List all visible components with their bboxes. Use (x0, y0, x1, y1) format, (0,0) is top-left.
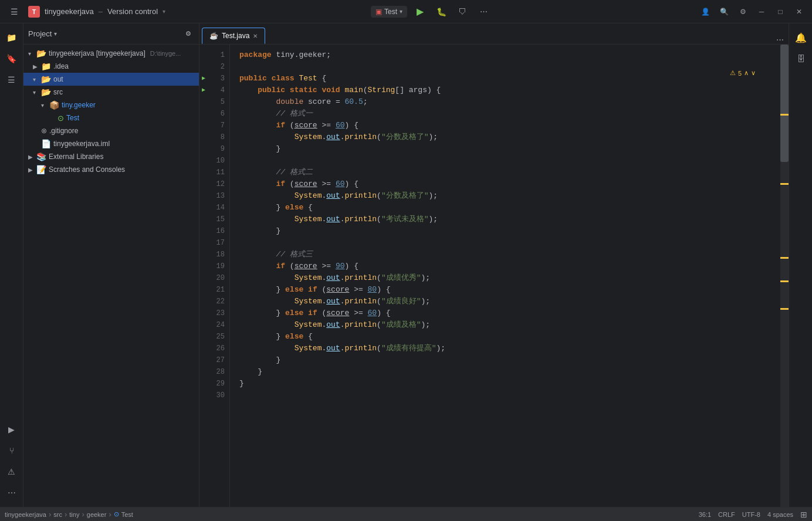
close-button[interactable]: ✕ (791, 4, 807, 20)
version-control-label[interactable]: Version control (107, 7, 158, 16)
field-out-20: out (326, 272, 340, 284)
paren-4: ( (363, 84, 368, 96)
folder-icon: 📁 (41, 62, 51, 71)
notifications-icon[interactable]: 🔔 (791, 28, 810, 47)
tree-src-folder[interactable]: ▾ 📂 src (23, 86, 199, 99)
breadcrumb-src[interactable]: src (53, 511, 62, 518)
num-80: 80 (368, 284, 377, 296)
left-icons-bar: 📁 🔖 ☰ ▶ ⑂ ⚠ ⋯ (0, 23, 23, 507)
package-icon: 📦 (49, 100, 59, 110)
debug-button[interactable]: 🐛 (433, 4, 449, 20)
tree-test-file[interactable]: ▶ ⊙ Test (23, 111, 199, 124)
code-line-12: if (score >= 60) { (230, 178, 780, 190)
code-line-3: public class Test { (230, 73, 780, 84)
breadcrumb-sep-4: › (109, 510, 111, 519)
minimize-button[interactable]: ─ (753, 4, 770, 20)
run-button[interactable]: ▶ (412, 4, 428, 20)
git-icon[interactable]: ⑂ (2, 441, 21, 460)
class-system-13: System (295, 190, 322, 202)
breadcrumb-tiny[interactable]: tiny (69, 511, 79, 518)
kw-class: class (272, 73, 295, 84)
folder-icon: 📂 (41, 75, 51, 84)
breadcrumb-project[interactable]: tinygeekerjava (5, 511, 46, 518)
code-line-4: public static void main(String[] args) { (230, 84, 780, 96)
tree-iml[interactable]: ▶ 📄 tinygeekerjava.iml (23, 137, 199, 150)
kw-if-12: if (276, 178, 285, 190)
code-line-24: System.out.println("成绩及格"); (230, 319, 780, 331)
field-out-24: out (326, 319, 340, 331)
editor-area: ☕ Test.java ✕ ⋯ ⚠ 5 ∧ ∨ 1 2 3 4 5 6 (199, 23, 789, 507)
column-selector-icon[interactable]: ⊞ (800, 510, 807, 519)
more-actions-button[interactable]: ⋯ (475, 4, 492, 20)
breadcrumb-geeker[interactable]: geeker (87, 511, 107, 518)
code-line-8: System.out.println("分数及格了"); (230, 131, 780, 143)
indent[interactable]: 4 spaces (767, 511, 793, 518)
kw-if-19: if (276, 260, 285, 272)
cursor-position[interactable]: 36:1 (699, 511, 711, 518)
sidebar-action-button[interactable]: ⚙ (182, 28, 194, 40)
kw-else-23: else (285, 307, 303, 319)
bookmarks-icon[interactable]: 🔖 (2, 49, 21, 68)
tree-external-libraries[interactable]: ▶ 📚 External Libraries (23, 150, 199, 163)
search-button[interactable]: 🔍 (716, 4, 732, 20)
problems-icon[interactable]: ⚠ (2, 462, 21, 481)
method-println-15: println (344, 214, 377, 225)
field-out-26: out (326, 343, 340, 354)
str-26: "成绩有待提高" (381, 343, 437, 354)
brace-close-27: } (276, 354, 280, 366)
tree-gitignore[interactable]: ▶ ⊗ .gitignore (23, 124, 199, 137)
tree-out-folder[interactable]: ▾ 📂 out (23, 73, 199, 86)
more-tools-icon[interactable]: ⋯ (2, 483, 21, 502)
hamburger-menu-icon[interactable]: ☰ (5, 2, 23, 21)
warning-up-icon[interactable]: ∧ (744, 69, 749, 77)
run-configuration[interactable]: ▣ Test ▾ (371, 6, 407, 18)
code-line-26: System.out.println("成绩有待提高"); (230, 343, 780, 354)
breadcrumb-test-label[interactable]: Test (121, 511, 133, 518)
tabs-menu-button[interactable]: ⋯ (774, 35, 786, 44)
sidebar-toggle-icon[interactable]: 📁 (2, 28, 21, 47)
method-main: main (345, 84, 363, 96)
folder-icon: 📂 (36, 49, 46, 58)
project-separator: – (99, 7, 103, 16)
run-tool-icon[interactable]: ▶ (2, 420, 21, 439)
tree-scratches[interactable]: ▶ 📝 Scratches and Consoles (23, 163, 199, 176)
scrollbar-gutter[interactable] (780, 45, 789, 507)
profile-button[interactable]: 👤 (697, 4, 713, 20)
maximize-button[interactable]: □ (772, 4, 789, 20)
breadcrumb-test[interactable]: ⊙ (114, 510, 119, 518)
line-ending[interactable]: CRLF (718, 511, 735, 518)
line-num-19: 19 (199, 260, 229, 272)
scrollbar-thumb[interactable] (780, 45, 789, 162)
tab-close-icon[interactable]: ✕ (253, 33, 258, 39)
line-numbers: 1 2 3 4 5 6 7 8 9 10 11 12 13 14 15 16 1… (199, 45, 230, 507)
num-60-23: 60 (368, 307, 377, 319)
arr-4: [] (395, 84, 404, 96)
tree-out-label: out (53, 75, 63, 83)
sidebar-title-arrow-icon[interactable]: ▾ (54, 31, 57, 37)
kw-if-7: if (276, 120, 285, 131)
kw-else-21: else (285, 284, 303, 296)
tree-root[interactable]: ▾ 📂 tinygeekerjava [tinygeekerjava] D:\t… (23, 47, 199, 60)
code-line-29: } (230, 378, 780, 390)
coverage-button[interactable]: ⛉ (454, 4, 471, 20)
tree-iml-label: tinygeekerjava.iml (53, 140, 110, 148)
database-icon[interactable]: 🗄 (791, 49, 810, 68)
tree-scratches-label: Scratches and Consoles (49, 165, 125, 174)
iml-file-icon: 📄 (41, 139, 51, 148)
brace-close-9: } (276, 143, 280, 155)
code-content[interactable]: package tiny.geeker; public class Test {… (230, 45, 780, 507)
project-name-label: tinygeekerjava (45, 7, 94, 16)
tree-idea-folder[interactable]: ▶ 📁 .idea (23, 60, 199, 73)
code-line-15: System.out.println("考试未及格"); (230, 214, 780, 225)
encoding[interactable]: UTF-8 (742, 511, 760, 518)
tab-test-java[interactable]: ☕ Test.java ✕ (202, 28, 265, 44)
warning-down-icon[interactable]: ∨ (751, 69, 756, 77)
kw-public-3: public (239, 73, 267, 84)
structure-icon[interactable]: ☰ (2, 70, 21, 89)
str-8: "分数及格了" (381, 131, 429, 143)
tree-package[interactable]: ▾ 📦 tiny.geeker (23, 99, 199, 111)
comment-1: // 格式一 (276, 108, 312, 120)
tree-idea-label: .idea (53, 62, 69, 70)
settings-button[interactable]: ⚙ (735, 4, 751, 20)
str-22: "成绩良好" (381, 296, 421, 307)
